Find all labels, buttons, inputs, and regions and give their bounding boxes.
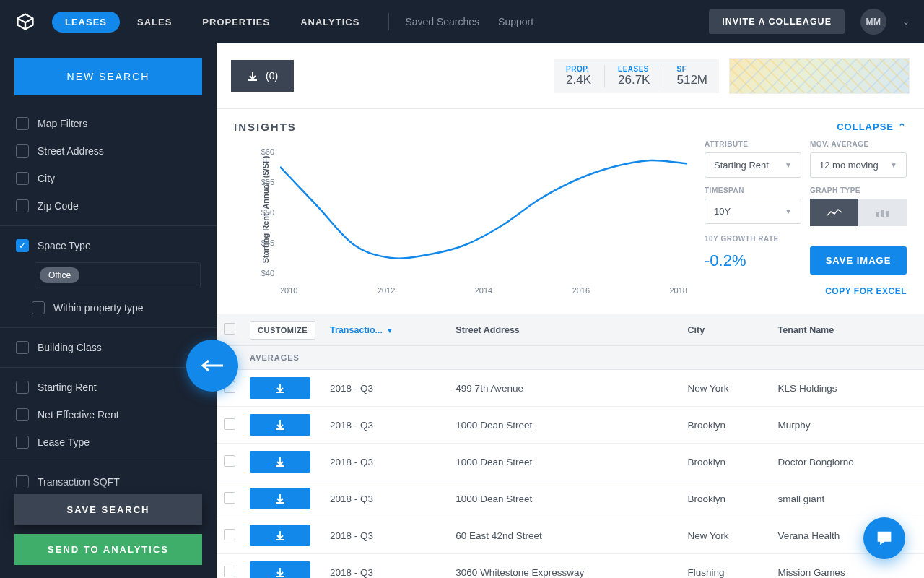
table-cell: 499 7th Avenue	[448, 370, 680, 407]
invite-colleague-button[interactable]: INVITE A COLLEAGUE	[709, 9, 845, 34]
stat-label: PROP.	[566, 65, 591, 73]
filter-item[interactable]: Street Address	[0, 137, 217, 165]
table-cell: Office	[918, 444, 924, 480]
filter-tag[interactable]: Office	[40, 267, 79, 283]
stat-label: SF	[676, 65, 707, 73]
checkbox[interactable]	[16, 408, 29, 421]
new-search-button[interactable]: NEW SEARCH	[14, 58, 202, 95]
insights-header: INSIGHTS COLLAPSE ⌃	[217, 109, 924, 140]
svg-rect-3	[876, 212, 879, 217]
row-download-button[interactable]	[250, 377, 310, 399]
filter-label: Space Type	[38, 240, 91, 251]
chevron-down-icon: ▼	[890, 161, 897, 169]
row-checkbox[interactable]	[224, 566, 235, 577]
checkbox[interactable]	[16, 341, 29, 354]
collapse-sidebar-button[interactable]	[186, 340, 238, 392]
filter-item[interactable]: Lease Type	[0, 428, 217, 456]
x-tick: 2012	[378, 286, 395, 295]
customize-button[interactable]: CUSTOMIZE	[250, 321, 315, 340]
row-download-button[interactable]	[250, 414, 310, 436]
table-cell: 1000 Dean Street	[448, 444, 680, 480]
filter-item[interactable]: City	[0, 165, 217, 192]
timespan-label: TIMESPAN	[705, 186, 801, 194]
stat-label: LEASES	[618, 65, 650, 73]
table-cell: 2018 - Q3	[323, 444, 448, 480]
filter-item[interactable]: ✓Space Type	[0, 232, 217, 259]
chat-button[interactable]	[863, 517, 905, 559]
table-row: 2018 - Q360 East 42nd StreetNew YorkVera…	[217, 517, 924, 554]
save-image-button[interactable]: SAVE IMAGE	[810, 246, 907, 275]
row-download-button[interactable]	[250, 488, 310, 509]
save-search-button[interactable]: SAVE SEARCH	[14, 494, 202, 525]
table-row: 2018 - Q31000 Dean StreetBrooklynDoctor …	[217, 444, 924, 480]
filter-item[interactable]: Zip Code	[0, 192, 217, 220]
avatar[interactable]: MM	[860, 9, 886, 35]
graph-type-bar-button[interactable]	[858, 199, 907, 226]
checkbox[interactable]: ✓	[16, 239, 29, 252]
checkbox[interactable]	[16, 381, 29, 394]
attribute-select[interactable]: Starting Rent ▼	[705, 152, 801, 178]
table-body: AVERAGES19.2K SF2018 - Q3499 7th AvenueN…	[217, 346, 924, 579]
y-axis: $60$55$50$45$40	[256, 147, 274, 277]
nav-link[interactable]: Support	[498, 16, 533, 27]
download-count: (0)	[266, 70, 278, 82]
filter-item[interactable]: Starting Rent	[0, 374, 217, 401]
attribute-label: ATTRIBUTE	[705, 140, 801, 148]
column-header[interactable]: Street Address	[448, 314, 680, 346]
nav-tab-analytics[interactable]: ANALYTICS	[287, 12, 372, 33]
nav-link[interactable]: Saved Searches	[405, 16, 479, 27]
filter-label: Building Class	[38, 342, 102, 353]
nav-tab-properties[interactable]: PROPERTIES	[189, 12, 283, 33]
insights-title: INSIGHTS	[234, 121, 297, 133]
table-cell: small giant	[771, 480, 918, 517]
mini-map[interactable]	[729, 58, 910, 94]
download-button[interactable]: (0)	[231, 60, 294, 92]
column-header[interactable]: Transactio... ▼	[323, 314, 448, 346]
row-checkbox[interactable]	[224, 492, 235, 504]
checkbox[interactable]	[16, 144, 29, 158]
timespan-value: 10Y	[714, 206, 731, 217]
checkbox[interactable]	[16, 199, 29, 212]
insights-body: Starting Rent, Annual, ($/SF) $60$55$50$…	[217, 140, 924, 314]
table-cell: Office	[918, 517, 924, 554]
row-checkbox[interactable]	[224, 529, 235, 540]
checkbox[interactable]	[32, 301, 45, 314]
table-cell: New York	[681, 517, 771, 554]
filter-tag-input[interactable]: Office	[35, 262, 201, 288]
main-content: (0) PROP.2.4KLEASES26.7KSF512M INSIGHTS …	[217, 43, 924, 578]
row-download-button[interactable]	[250, 451, 310, 473]
row-checkbox[interactable]	[224, 418, 235, 430]
send-to-analytics-button[interactable]: SEND TO ANALYTICS	[14, 534, 202, 565]
filter-item[interactable]: Map Filters	[0, 110, 217, 137]
row-download-button[interactable]	[250, 561, 310, 578]
checkbox[interactable]	[16, 436, 29, 449]
stat: SF512M	[676, 65, 707, 87]
copy-for-excel-link[interactable]: COPY FOR EXCEL	[705, 286, 907, 296]
nav-tab-leases[interactable]: LEASES	[52, 12, 120, 33]
timespan-select[interactable]: 10Y ▼	[705, 199, 801, 224]
movavg-select[interactable]: 12 mo moving ▼	[810, 152, 907, 178]
filter-item[interactable]: Within property type	[0, 294, 217, 322]
select-all-checkbox[interactable]	[224, 323, 235, 335]
column-header[interactable]: Tenant Name	[771, 314, 918, 346]
row-checkbox[interactable]	[224, 455, 235, 467]
stat-value: 2.4K	[566, 73, 591, 87]
user-menu-chevron-icon[interactable]: ⌄	[902, 17, 910, 27]
filter-item[interactable]: Net Effective Rent	[0, 401, 217, 428]
results-table-wrap: CUSTOMIZETransactio... ▼Street AddressCi…	[217, 314, 924, 578]
x-tick: 2010	[280, 286, 297, 295]
sidebar-footer: SAVE SEARCH SEND TO ANALYTICS	[0, 481, 217, 578]
column-header[interactable]: City	[681, 314, 771, 346]
checkbox[interactable]	[16, 172, 29, 185]
collapse-insights-button[interactable]: COLLAPSE ⌃	[837, 121, 907, 132]
table-cell: 2018 - Q3	[323, 480, 448, 517]
x-tick: 2016	[572, 286, 590, 295]
graph-type-line-button[interactable]	[810, 199, 858, 226]
column-header[interactable]: Space Type	[918, 314, 924, 346]
checkbox[interactable]	[16, 117, 29, 130]
filter-label: Net Effective Rent	[38, 409, 119, 420]
filter-item[interactable]: Building Class	[0, 334, 217, 361]
row-download-button[interactable]	[250, 525, 310, 546]
attribute-value: Starting Rent	[714, 160, 769, 171]
nav-tab-sales[interactable]: SALES	[124, 12, 185, 33]
